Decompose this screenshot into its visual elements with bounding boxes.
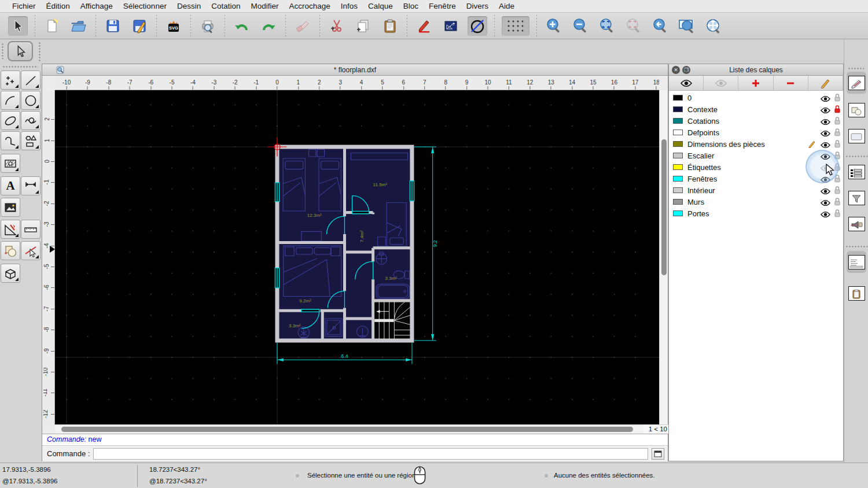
layer-row[interactable]: Intérieur (669, 184, 843, 196)
drawing-canvas[interactable]: 12.3m² 11.5m² 7.4m² 3.3m² 9.2m² 3.3m² (55, 90, 659, 424)
menu-item[interactable]: Aide (494, 2, 520, 10)
dock-layer-list-widget-icon[interactable] (847, 161, 866, 183)
edit-layer-button[interactable] (808, 76, 843, 90)
layer-row[interactable]: Contexte (669, 103, 843, 115)
show-all-layers-eye-icon[interactable] (669, 76, 704, 90)
hatch-tool-button[interactable] (1, 154, 20, 173)
layer-lock-icon[interactable] (834, 174, 841, 185)
polyline-tool-button[interactable] (1, 131, 20, 150)
layer-row[interactable]: Étiquettes (669, 161, 843, 173)
svg-export-button[interactable]: SVG (164, 16, 183, 36)
dock-plugin-widget-icon[interactable] (847, 213, 866, 235)
layer-row[interactable]: Escalier (669, 150, 843, 161)
dock-library-widget-icon[interactable] (847, 125, 866, 147)
menu-item[interactable]: Fenêtre (424, 2, 461, 10)
spline-tool-button[interactable] (21, 111, 41, 130)
paste-button[interactable] (380, 16, 400, 36)
pan-view-button[interactable] (704, 16, 723, 36)
layer-row[interactable]: Defpoints (669, 127, 843, 138)
circle-tool-button[interactable] (21, 91, 41, 110)
measure-tool-button[interactable] (21, 220, 41, 239)
arc-tool-button[interactable] (1, 91, 20, 110)
layer-row[interactable]: Fenêtres (669, 173, 843, 184)
open-file-button[interactable] (69, 16, 89, 36)
menu-item[interactable]: Bloc (398, 2, 424, 10)
menu-item[interactable]: Affichage (75, 2, 118, 10)
text-tool-button[interactable]: A (1, 176, 20, 195)
image-tool-button[interactable] (1, 198, 20, 217)
layer-lock-icon[interactable] (834, 197, 841, 208)
layer-lock-icon[interactable] (834, 128, 841, 139)
points-tool-button[interactable] (1, 71, 20, 90)
zoom-selected-button[interactable] (624, 16, 643, 36)
layer-lock-icon[interactable] (834, 93, 841, 104)
dock-block-widget-icon[interactable] (847, 99, 866, 121)
menu-item[interactable]: Accrochage (284, 2, 335, 10)
draft-mode-button[interactable] (468, 16, 487, 36)
layer-lock-icon[interactable] (834, 209, 841, 220)
save-button[interactable] (103, 16, 123, 36)
zoom-auto-button[interactable] (597, 16, 617, 36)
menu-item[interactable]: Fichier (7, 2, 41, 10)
menu-item[interactable]: Divers (461, 2, 494, 10)
select-arrow-button[interactable] (8, 16, 28, 36)
layer-lock-icon[interactable] (834, 139, 841, 150)
layer-lock-icon[interactable] (834, 186, 841, 197)
dock-coordinates-widget-icon[interactable] (847, 251, 866, 273)
tool-options-select-button[interactable] (8, 41, 33, 61)
layer-lock-icon[interactable] (834, 105, 841, 116)
layer-lock-icon[interactable] (834, 162, 841, 173)
zoom-window-button[interactable] (677, 16, 697, 36)
copy-button[interactable] (354, 16, 373, 36)
save-as-button[interactable] (130, 16, 149, 36)
deselect-tool-button[interactable] (21, 241, 41, 260)
horizontal-scrollbar-thumb[interactable] (61, 427, 633, 432)
layer-row[interactable]: 0 (669, 92, 843, 103)
layer-lock-icon[interactable] (834, 151, 841, 162)
remove-layer-button[interactable] (774, 76, 808, 90)
new-document-button[interactable] (42, 16, 62, 36)
layer-row[interactable]: Dimensions des pièces (669, 138, 843, 150)
drawing-window-titlebar[interactable]: * floorplan.dxf (42, 64, 668, 76)
menu-item[interactable]: Calque (363, 2, 398, 10)
cut-button[interactable] (327, 16, 347, 36)
vertical-scrollbar-thumb[interactable] (661, 139, 667, 275)
modify-tool-button[interactable] (1, 220, 20, 239)
command-options-button[interactable] (652, 448, 664, 460)
menu-item[interactable]: Cotation (206, 2, 245, 10)
line-tool-button[interactable] (21, 71, 41, 90)
menu-item[interactable]: Infos (336, 2, 363, 10)
delete-eraser-button[interactable] (293, 16, 312, 36)
block-tool-button[interactable] (1, 241, 20, 260)
command-input[interactable] (93, 448, 648, 460)
zoom-out-button[interactable] (571, 16, 590, 36)
zoom-in-button[interactable] (544, 16, 564, 36)
ellipse-tool-button[interactable] (1, 111, 20, 130)
layer-visibility-eye-icon[interactable] (821, 210, 830, 220)
dimension-tool-button[interactable] (21, 176, 41, 195)
dock-clipboard-widget-icon[interactable] (847, 282, 866, 304)
menu-item[interactable]: Sélectionner (118, 2, 172, 10)
layer-row[interactable]: Murs (669, 196, 843, 208)
add-layer-button[interactable] (738, 76, 773, 90)
layer-lock-icon[interactable] (834, 116, 841, 127)
menu-item[interactable]: Modifier (245, 2, 284, 10)
print-preview-button[interactable] (198, 16, 218, 36)
grid-toggle-button[interactable] (502, 16, 529, 36)
redo-button[interactable] (259, 16, 278, 36)
menu-item[interactable]: Dessin (172, 2, 206, 10)
menu-item[interactable]: Édition (41, 2, 75, 10)
layer-row[interactable]: Portes (669, 208, 843, 219)
vertical-scrollbar[interactable] (659, 90, 668, 424)
dock-pen-widget-icon[interactable] (847, 72, 866, 94)
hide-all-layers-eye-icon[interactable] (704, 76, 738, 90)
polygon-tool-button[interactable] (21, 131, 41, 150)
pen-attributes-button[interactable] (414, 16, 434, 36)
layers-panel-titlebar[interactable]: ✕ ❐ Liste des calques (669, 64, 843, 76)
undo-button[interactable] (232, 16, 252, 36)
solid-3d-tool-button[interactable] (1, 264, 20, 283)
properties-button[interactable] (441, 16, 461, 36)
dock-filter-widget-icon[interactable] (847, 187, 866, 209)
zoom-previous-button[interactable] (650, 16, 670, 36)
layer-row[interactable]: Cotations (669, 115, 843, 127)
